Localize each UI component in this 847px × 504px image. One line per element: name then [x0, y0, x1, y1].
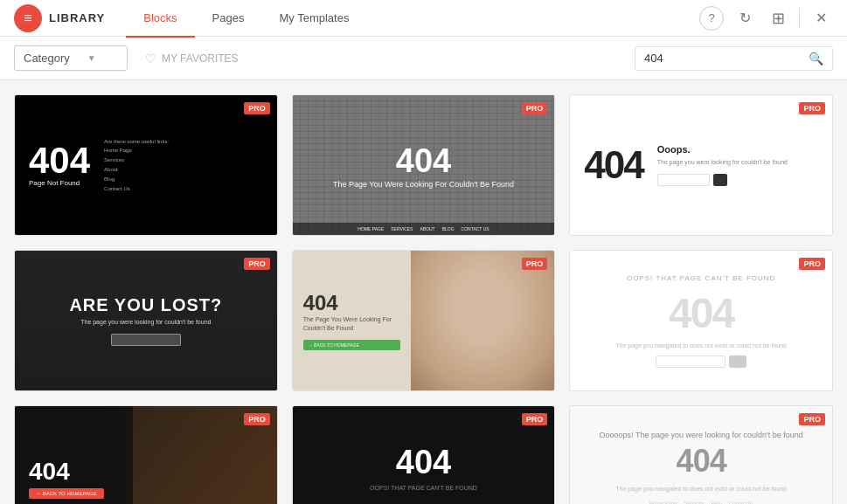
card-oops-title: OOPS! THAT PAGE CAN'T BE FOUND: [627, 274, 775, 282]
tab-pages[interactable]: Pages: [195, 1, 262, 38]
template-card[interactable]: PRO 404 The Page You Were Looking For Co…: [292, 250, 556, 391]
card-search-bar: [111, 334, 181, 346]
card-links-row: Home Page Services Help Contact AI: [649, 501, 753, 504]
card-404-number: 404: [396, 444, 451, 481]
logo-icon: ≡: [14, 4, 42, 32]
card-text: The page you navigated to does not exist…: [615, 485, 787, 494]
content-area: PRO 404 Page Not Found Are there some us…: [0, 80, 847, 504]
favorites-button[interactable]: ♡ MY FAVORITES: [138, 46, 246, 71]
card-preview-oops-gray: OOPS! THAT PAGE CAN'T BE FOUND 404 The p…: [570, 251, 832, 390]
pro-badge: PRO: [522, 258, 548, 270]
search-box: 🔍: [635, 46, 833, 71]
card-404-number: 404: [669, 289, 733, 337]
tab-my-templates[interactable]: My Templates: [261, 1, 366, 38]
card-404-number: 404: [29, 142, 90, 179]
logo-text: LIBRARY: [49, 11, 105, 24]
tab-blocks[interactable]: Blocks: [126, 1, 194, 38]
card-404-number: 404: [677, 443, 726, 480]
template-card[interactable]: PRO 404 OOPS! THAT PAGE CAN'T BE FOUND H…: [292, 405, 556, 504]
pro-badge: PRO: [522, 102, 548, 114]
close-icon: ✕: [816, 10, 827, 26]
card-image: PRO OOPS! THAT PAGE CAN'T BE FOUND 404 T…: [570, 251, 832, 390]
card-preview-man: 404 OOPS! PAGE NOT FOUND → BACK TO HOMEP…: [15, 406, 277, 504]
refresh-icon: ↻: [739, 10, 751, 26]
dropdown-arrow-icon: ▼: [87, 53, 96, 63]
card-preview-ooops: 404 Ooops. The page you were looking for…: [570, 95, 832, 235]
toolbar: Category ▼ ♡ MY FAVORITES 🔍: [0, 37, 847, 80]
header-actions: ? ↻ ⊞ ✕: [699, 6, 833, 31]
card-button: → BACK TO HOMEPAGE: [303, 340, 400, 350]
logo-container: ≡ LIBRARY: [14, 4, 105, 32]
save-icon: ⊞: [772, 9, 785, 28]
category-label: Category: [24, 52, 70, 65]
card-button: → BACK TO HOMEPAGE: [29, 488, 104, 499]
card-text: The page you were looking for couldn't b…: [657, 158, 818, 167]
card-404-number: 404: [396, 142, 451, 180]
card-image: PRO Ooooops! The page you were looking f…: [570, 406, 832, 504]
card-preview-light: Ooooops! The page you were looking for c…: [570, 406, 832, 504]
card-404-subtitle: The Page You Were Looking For Couldn't B…: [333, 180, 514, 189]
pro-badge: PRO: [244, 258, 270, 270]
search-input[interactable]: [644, 52, 802, 65]
close-button[interactable]: ✕: [809, 6, 833, 31]
card-preview-baby: 404 The Page You Were Looking For Couldn…: [293, 251, 555, 390]
card-image: PRO ARE YOU LOST? The page you were look…: [15, 251, 277, 390]
card-baby-left: 404 The Page You Were Looking For Couldn…: [293, 251, 411, 390]
card-404-number: 404: [303, 291, 400, 315]
template-card[interactable]: PRO 404 The Page You Were Looking For Co…: [292, 94, 556, 236]
card-ooops-right: Ooops. The page you were looking for cou…: [657, 144, 818, 186]
template-grid: PRO 404 Page Not Found Are there some us…: [14, 94, 833, 504]
card-404-number: 404: [584, 143, 642, 187]
favorites-label: MY FAVORITES: [162, 52, 239, 65]
search-icon[interactable]: 🔍: [809, 52, 823, 66]
card-image: PRO 404 OOPS! THAT PAGE CAN'T BE FOUND H…: [293, 406, 555, 504]
pro-badge: PRO: [522, 413, 548, 425]
template-card[interactable]: PRO 404 Ooops. The page you were looking…: [569, 94, 833, 236]
pro-badge: PRO: [799, 102, 825, 114]
card-are-you-lost-title: ARE YOU LOST?: [69, 295, 222, 315]
card-404-number: 404: [29, 458, 104, 486]
template-card[interactable]: PRO ARE YOU LOST? The page you were look…: [14, 250, 278, 391]
card-subtitle: OOPS! THAT PAGE CAN'T BE FOUND: [370, 485, 477, 491]
card-preview-dark-nav: 404 OOPS! THAT PAGE CAN'T BE FOUND Home …: [293, 406, 555, 504]
help-button[interactable]: ?: [699, 6, 724, 31]
pro-badge: PRO: [244, 413, 270, 425]
template-card[interactable]: PRO 404 OOPS! PAGE NOT FOUND → BACK TO H…: [14, 405, 278, 504]
category-dropdown[interactable]: Category ▼: [14, 45, 128, 71]
card-search: [657, 174, 818, 186]
template-card[interactable]: PRO Ooooops! The page you were looking f…: [569, 405, 833, 504]
pro-badge: PRO: [244, 102, 270, 114]
help-icon: ?: [708, 11, 714, 24]
card-image: PRO 404 OOPS! PAGE NOT FOUND → BACK TO H…: [15, 406, 277, 504]
card-image: PRO 404 The Page You Were Looking For Co…: [293, 95, 555, 235]
header-divider: [799, 8, 800, 29]
card-subtitle: The Page You Were Looking For Couldn't B…: [303, 315, 400, 333]
card-ooops-label: Ooooops! The page you were looking for c…: [600, 431, 803, 439]
template-card[interactable]: PRO 404 Page Not Found Are there some us…: [14, 94, 278, 236]
card-preview-lost: ARE YOU LOST? The page you were looking …: [15, 251, 277, 390]
pro-badge: PRO: [799, 413, 825, 425]
card-baby-right: [411, 251, 555, 390]
card-subtitle: The page you navigated to does not exist…: [615, 342, 787, 349]
card-preview-keyboard: 404 The Page You Were Looking For Couldn…: [293, 95, 555, 235]
header: ≡ LIBRARY Blocks Pages My Templates ? ↻ …: [0, 0, 847, 37]
card-links: Are there some useful links: Home Page S…: [104, 137, 169, 194]
heart-icon: ♡: [145, 52, 156, 66]
card-image: PRO 404 Ooops. The page you were looking…: [570, 95, 832, 235]
card-preview-black-404: 404 Page Not Found Are there some useful…: [15, 95, 277, 235]
save-button[interactable]: ⊞: [766, 6, 790, 31]
pro-badge: PRO: [799, 258, 825, 270]
card-nav-bar: HOME PAGE SERVICES ABOUT BLOG CONTACT US: [293, 223, 555, 235]
header-tabs: Blocks Pages My Templates: [126, 0, 366, 37]
card-subtitle: The page you were looking for couldn't b…: [80, 319, 211, 325]
card-search: [656, 356, 746, 368]
card-image: PRO 404 Page Not Found Are there some us…: [15, 95, 277, 235]
card-image: PRO 404 The Page You Were Looking For Co…: [293, 251, 555, 390]
refresh-button[interactable]: ↻: [732, 6, 757, 31]
template-card[interactable]: PRO OOPS! THAT PAGE CAN'T BE FOUND 404 T…: [569, 250, 833, 391]
card-title: Ooops.: [657, 144, 818, 155]
